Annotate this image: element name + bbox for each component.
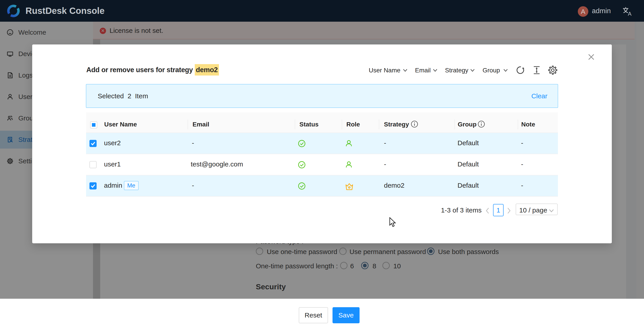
svg-text:A: A xyxy=(628,11,632,16)
